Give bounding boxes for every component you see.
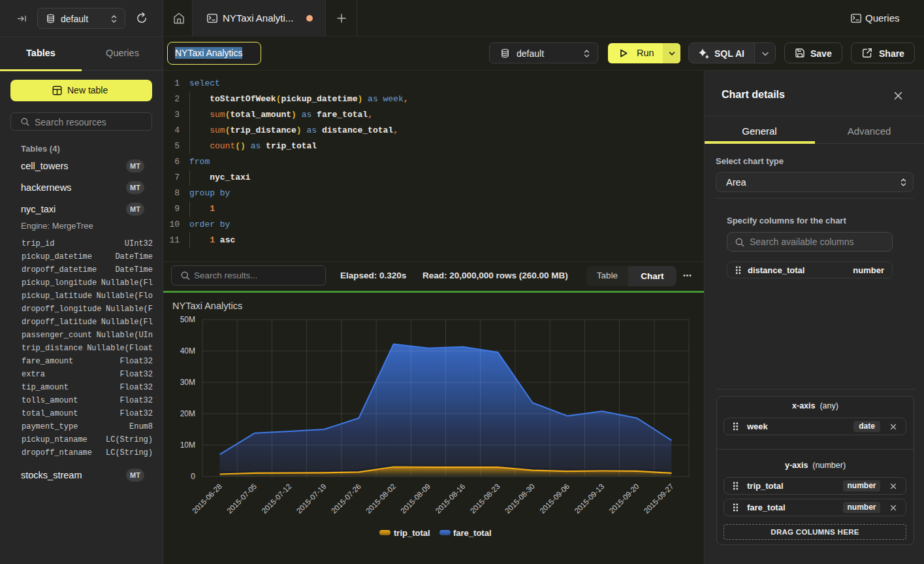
- svg-text:2015-08-09: 2015-08-09: [399, 482, 432, 515]
- svg-text:2015-07-12: 2015-07-12: [260, 482, 293, 515]
- svg-text:2015-06-28: 2015-06-28: [191, 482, 223, 515]
- svg-text:2015-07-19: 2015-07-19: [295, 482, 328, 515]
- svg-text:20M: 20M: [180, 409, 195, 418]
- svg-text:fare_total: fare_total: [453, 528, 492, 538]
- svg-text:2015-09-13: 2015-09-13: [573, 482, 605, 515]
- svg-text:2015-07-26: 2015-07-26: [330, 482, 362, 515]
- svg-text:trip_total: trip_total: [394, 528, 430, 538]
- svg-text:2015-07-05: 2015-07-05: [225, 482, 258, 515]
- svg-text:10M: 10M: [180, 440, 195, 450]
- svg-text:2015-09-20: 2015-09-20: [608, 482, 641, 515]
- svg-text:2015-08-16: 2015-08-16: [434, 482, 466, 515]
- svg-text:0: 0: [191, 472, 195, 481]
- svg-text:2015-09-27: 2015-09-27: [643, 482, 675, 515]
- svg-text:30M: 30M: [180, 378, 195, 387]
- svg-text:NYTaxi Analytics: NYTaxi Analytics: [172, 301, 242, 311]
- svg-text:2015-08-23: 2015-08-23: [469, 482, 502, 515]
- svg-text:2015-08-02: 2015-08-02: [364, 482, 397, 515]
- svg-text:2015-08-30: 2015-08-30: [503, 482, 536, 515]
- svg-text:50M: 50M: [180, 315, 195, 324]
- svg-text:40M: 40M: [180, 346, 195, 356]
- svg-text:2015-09-06: 2015-09-06: [538, 482, 571, 515]
